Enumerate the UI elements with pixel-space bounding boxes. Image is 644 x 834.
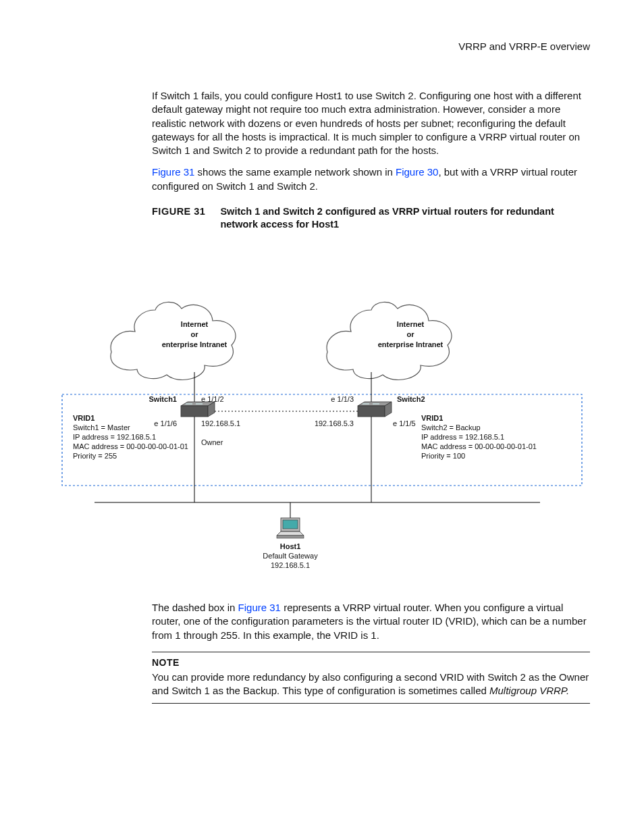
- cloud-right-l3: enterprise Intranet: [378, 340, 444, 348]
- switch1-label: Switch1: [149, 395, 177, 403]
- cloud-left-l2: or: [191, 330, 199, 338]
- main-content: If Switch 1 fails, you could configure H…: [152, 89, 590, 704]
- svg-marker-12: [277, 531, 304, 536]
- switch2-port-side: e 1/1/5: [393, 419, 416, 427]
- vrid-left-l4: Priority = 255: [73, 452, 117, 460]
- switch1-port-side: e 1/1/6: [154, 419, 177, 427]
- cloud-right-l1: Internet: [397, 320, 425, 328]
- vrid-right-l3: MAC address = 00-00-00-00-01-01: [421, 442, 537, 450]
- cloud-right-l2: or: [407, 330, 415, 338]
- svg-rect-13: [277, 536, 304, 538]
- vrid-right-l2: IP address = 192.168.5.1: [421, 433, 504, 441]
- intro-paragraph-1: If Switch 1 fails, you could configure H…: [152, 89, 590, 157]
- page-header-right: VRRP and VRRP-E overview: [54, 41, 590, 52]
- svg-rect-1: [181, 406, 208, 417]
- figure-label: FIGURE 31: [152, 205, 205, 232]
- switch1-owner: Owner: [201, 438, 223, 446]
- host1-l1: Default Gateway: [263, 552, 318, 560]
- host1-name: Host1: [280, 542, 301, 550]
- switch1-port-top: e 1/1/2: [201, 395, 224, 403]
- figure-31-link[interactable]: Figure 31: [152, 166, 194, 178]
- intro-paragraph-2: Figure 31 shows the same example network…: [152, 165, 590, 193]
- vrid-left-title: VRID1: [73, 414, 95, 422]
- switch1-ip: 192.168.5.1: [201, 419, 240, 427]
- vrid-left-l2: IP address = 192.168.5.1: [73, 433, 156, 441]
- vrid-right-title: VRID1: [421, 414, 443, 422]
- vrid-left-l1: Switch1 = Master: [73, 423, 130, 432]
- switch2-label: Switch2: [397, 395, 425, 403]
- host1-l2: 192.168.5.1: [271, 561, 310, 569]
- note-emphasis: Multigroup VRRP.: [489, 685, 569, 696]
- after-paragraph: The dashed box in Figure 31 represents a…: [152, 601, 590, 642]
- svg-rect-6: [358, 406, 385, 417]
- figure-heading: FIGURE 31 Switch 1 and Switch 2 configur…: [152, 205, 590, 232]
- header-title: VRRP and VRRP-E overview: [458, 41, 590, 52]
- figure-30-link[interactable]: Figure 30: [396, 166, 438, 178]
- cloud-left-l1: Internet: [181, 320, 209, 328]
- switch1-icon: [181, 402, 215, 417]
- network-diagram: Internet or enterprise Intranet Internet…: [54, 249, 590, 583]
- switch2-ip: 192.168.5.3: [315, 419, 354, 427]
- switch2-port-top: e 1/1/3: [331, 395, 354, 403]
- figure-caption: Switch 1 and Switch 2 configured as VRRP…: [220, 205, 590, 232]
- vrid-left-l3: MAC address = 00-00-00-00-01-01: [73, 442, 188, 450]
- host1-icon: [277, 518, 304, 538]
- vrid-right-l4: Priority = 100: [421, 452, 465, 460]
- note-body: You can provide more redundancy by also …: [152, 671, 590, 698]
- figure-31-link-2[interactable]: Figure 31: [238, 602, 281, 613]
- switch2-icon: [358, 402, 392, 417]
- cloud-left-l3: enterprise Intranet: [162, 340, 227, 348]
- note-block: NOTE You can provide more redundancy by …: [152, 652, 590, 704]
- vrid-right-l1: Switch2 = Backup: [421, 423, 481, 432]
- svg-rect-11: [283, 520, 298, 529]
- note-title: NOTE: [152, 656, 590, 669]
